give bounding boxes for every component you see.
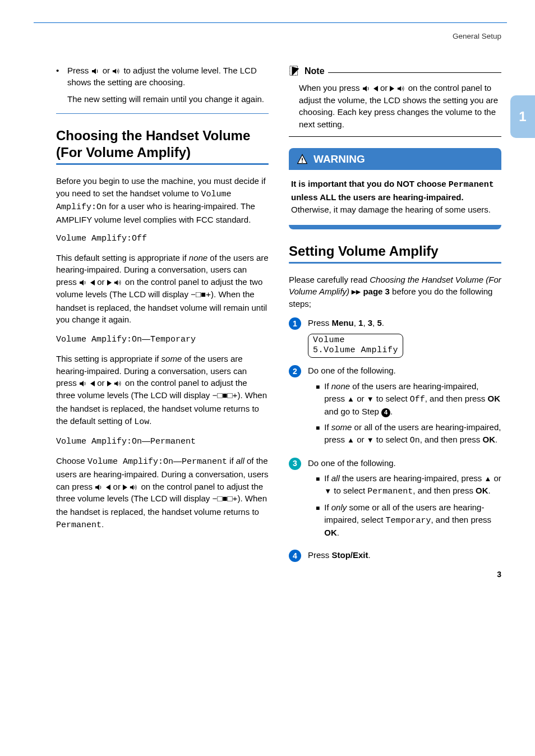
speaker-low-icon [95, 484, 104, 491]
text: , and then press [425, 394, 488, 403]
down-arrow-icon: ▼ [367, 395, 374, 403]
heading-setting-amplify: Setting Volume Amplify [289, 243, 501, 260]
text: or [97, 378, 107, 388]
step-ref-4-icon: 4 [381, 408, 390, 417]
header-section: General Setup [56, 31, 501, 42]
text: If [324, 503, 331, 512]
xref: ▸▸ page 3 [352, 287, 390, 296]
text: If [324, 381, 331, 391]
text-bold: unless ALL the users are hearing-impaire… [291, 192, 464, 202]
text-emph: none [331, 381, 350, 391]
code: Volume Amplify:On [87, 457, 173, 467]
text-emph: all [331, 473, 340, 483]
triangle-right-icon [107, 381, 112, 386]
text: , and then press [413, 486, 476, 495]
square-bullet-icon: ■ [316, 474, 320, 498]
text: . [488, 486, 491, 495]
speaker-low-icon [362, 85, 371, 92]
chapter-tab: 1 [510, 95, 535, 138]
note-label: Note [305, 64, 325, 77]
text: . [149, 416, 151, 426]
code: Temporary [385, 516, 431, 525]
text: Please carefully read [289, 275, 370, 284]
up-arrow-icon: ▲ [484, 474, 491, 483]
speaker-high-icon [112, 68, 121, 75]
warning-body: It is important that you do NOT choose P… [289, 178, 501, 224]
text-emph: some [331, 422, 352, 432]
text-emph: all [236, 456, 245, 465]
speaker-high-icon [114, 380, 123, 387]
left-column: • Press or to adjust the volume level. T… [56, 64, 269, 569]
lcd-line: 5.Volume Amplify [313, 345, 398, 356]
key-label: 5 [377, 318, 381, 328]
square-bullet-icon: ■ [316, 423, 320, 447]
speaker-low-icon [91, 68, 100, 75]
text: and go to Step [324, 407, 381, 416]
text: This default setting is appropriate if [56, 253, 189, 262]
right-column: Note When you press or on the control pa… [289, 64, 501, 569]
text: Press [67, 66, 91, 75]
text: or [103, 66, 113, 75]
text-emph: some [162, 354, 182, 363]
triangle-right-icon [123, 485, 127, 490]
lcd-inline: −□■□+ [212, 391, 237, 401]
down-arrow-icon: ▼ [324, 487, 331, 495]
note-end-rule [289, 136, 501, 137]
para: This default setting is appropriate if n… [56, 252, 269, 326]
speaker-high-icon [114, 279, 123, 286]
text: . [102, 519, 104, 529]
text: Otherwise, it may damage the hearing of … [291, 205, 491, 214]
warning-end-bar [289, 225, 501, 229]
sub-item: If some or all of the users are hearing-… [324, 421, 501, 447]
text: Press [308, 318, 332, 328]
intro-para: Please carefully read Choosing the Hands… [289, 274, 501, 310]
square-bullet-icon: ■ [316, 504, 320, 539]
step-badge-2: 2 [289, 365, 301, 377]
text: or [354, 394, 367, 403]
text: or [354, 435, 367, 444]
step-2: 2 Do one of the following. ■ If none of … [289, 365, 501, 450]
text: or [491, 473, 501, 483]
text: . [390, 407, 393, 416]
heading-rule [289, 262, 501, 264]
down-arrow-icon: ▼ [367, 436, 374, 444]
svg-rect-1 [302, 158, 303, 160]
code: Volume Amplify:On [56, 335, 142, 344]
key-label: Stop/Exit [332, 550, 368, 560]
note-rule [328, 72, 501, 73]
note-icon [289, 64, 301, 77]
text: , and then press [431, 515, 491, 524]
sub-item: If all the users are hearing-impaired, p… [324, 472, 501, 498]
step-1: 1 Press Menu, 1, 3, 5. Volume 5.Volume A… [289, 317, 501, 358]
code-line: Volume Amplify:On—Temporary [56, 333, 269, 346]
heading-choosing-handset: Choosing the Handset Volume (For Volume … [56, 127, 269, 161]
divider [56, 113, 269, 114]
square-bullet-icon: ■ [316, 382, 320, 418]
key-label: 3 [368, 318, 372, 328]
text: to select [331, 486, 367, 495]
code-line: Volume Amplify:Off [56, 233, 269, 245]
text: the users are hearing-impaired, press [340, 473, 485, 483]
warning-label: WARNING [313, 151, 365, 167]
up-arrow-icon: ▲ [347, 395, 354, 403]
step-badge-4: 4 [289, 550, 301, 562]
code: On [410, 436, 420, 445]
lcd-display: Volume 5.Volume Amplify [308, 334, 403, 358]
text: , [363, 318, 367, 328]
text: Before you begin to use the machine, you… [56, 176, 266, 198]
speaker-high-icon [130, 484, 139, 491]
text: This setting is appropriate if [56, 354, 162, 363]
text: . [382, 318, 384, 328]
text: to select [374, 435, 410, 444]
dash: — [142, 334, 150, 343]
page-number: 3 [497, 569, 501, 580]
text: or [380, 83, 390, 93]
bullet-icon: • [56, 64, 62, 89]
text: If [324, 473, 331, 483]
code: Permanent [367, 487, 413, 496]
step-3: 3 Do one of the following. ■ If all the … [289, 457, 501, 543]
code-bold: Permanent [449, 180, 494, 190]
text: Choose [56, 456, 87, 465]
key-label: OK [488, 394, 501, 403]
key-label: OK [476, 486, 488, 495]
